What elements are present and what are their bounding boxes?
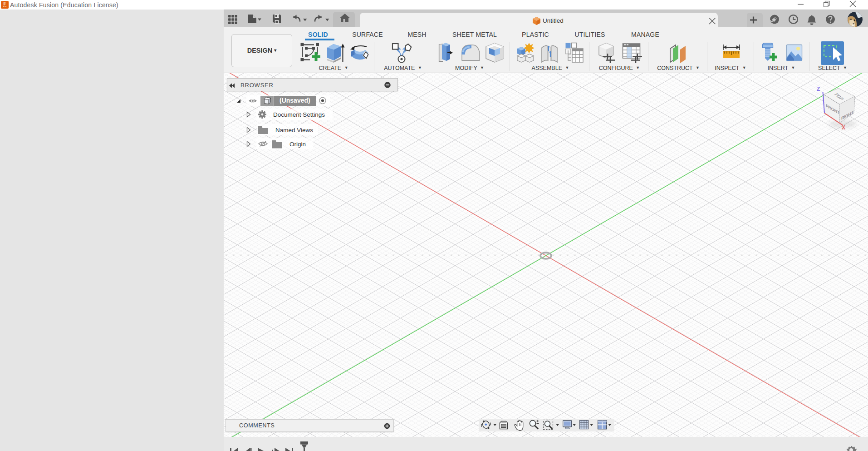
svg-text:Z: Z — [817, 86, 820, 92]
svg-text:X: X — [842, 124, 845, 131]
